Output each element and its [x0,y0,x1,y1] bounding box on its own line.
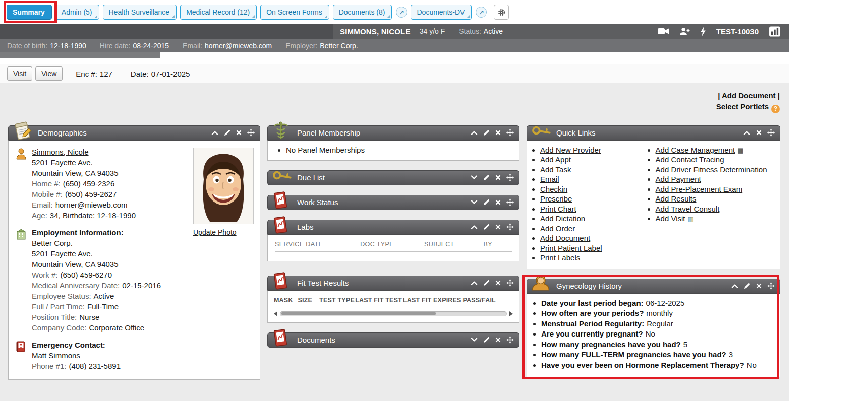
flowsheet-chart-icon[interactable] [769,26,781,37]
list-item: Add Document [540,234,643,242]
patient-name-link[interactable]: Simmons, Nicole [32,148,89,156]
help-icon[interactable]: ? [771,105,780,113]
visit-button[interactable]: Visit [7,66,32,81]
collapse-icon[interactable] [731,284,738,288]
edit-icon[interactable] [483,337,490,343]
video-call-icon[interactable] [658,28,669,35]
collapse-icon[interactable] [471,281,478,285]
close-icon[interactable] [495,130,501,136]
close-icon[interactable] [495,224,501,230]
horizontal-scrollbar[interactable] [274,311,513,316]
list-item: Checkin [540,185,643,193]
fit-test-header: Fit Test Results [267,276,519,291]
tab-summary[interactable]: Summary [7,5,52,20]
tab-on-screen-forms[interactable]: On Screen Forms [260,5,329,20]
update-photo-link[interactable]: Update Photo [193,228,237,236]
sort-header[interactable]: PASS/FAIL [462,297,494,304]
sort-header[interactable]: TEST TYPE [319,297,355,304]
close-icon[interactable] [756,130,762,136]
popout-documents-dv-icon[interactable]: ↗ [476,7,487,18]
move-icon[interactable] [506,198,514,206]
close-icon[interactable] [495,337,501,343]
close-icon[interactable] [236,130,242,136]
close-icon[interactable] [756,283,762,289]
add-new-provider-link[interactable]: Add New Provider [540,146,601,154]
add-order-link[interactable]: Add Order [540,224,575,233]
move-icon[interactable] [767,282,775,290]
expand-icon[interactable] [471,338,478,342]
scroll-right-icon[interactable] [509,311,513,316]
collapse-icon[interactable] [471,130,478,135]
add-dictation-link[interactable]: Add Dictation [540,214,585,223]
edit-icon[interactable] [224,129,230,136]
edit-icon[interactable] [483,224,490,230]
tab-medical-record[interactable]: Medical Record (12) [180,5,257,20]
grid-icon[interactable]: ▦ [737,147,743,154]
encounter-meta: Enc #:127 Date:07-01-2025 [76,70,190,78]
tab-settings-button[interactable] [494,5,509,20]
gyn-item: Are you currently pregnant?No [541,329,776,338]
add-results-link[interactable]: Add Results [656,194,697,203]
prescribe-link[interactable]: Prescribe [540,194,572,203]
tab-health-surveillance[interactable]: Health Surveillance [103,5,177,20]
edit-icon[interactable] [744,283,750,289]
sort-header[interactable]: LAST FIT TEST [355,297,403,304]
print-patient-label-link[interactable]: Print Patient Label [540,244,602,252]
add-case-management-link[interactable]: Add Case Management [656,146,735,154]
email-link[interactable]: Email [540,175,559,183]
edit-icon[interactable] [483,280,490,286]
portlet-panel-membership: Panel Membership No Panel Memberships [267,125,519,161]
edit-icon[interactable] [483,129,490,136]
expand-icon[interactable] [471,175,478,180]
close-icon[interactable] [495,175,501,180]
select-portlets-link[interactable]: Select Portlets [716,102,769,111]
add-payment-link[interactable]: Add Payment [656,175,701,183]
move-icon[interactable] [767,129,775,137]
checkin-link[interactable]: Checkin [540,185,567,193]
gyn-item: How often are your periods?monthly [541,309,776,317]
add-driver-fitness-link[interactable]: Add Driver Fitness Determination [656,165,767,174]
close-icon[interactable] [495,199,501,205]
print-labels-link[interactable]: Print Labels [540,253,580,262]
scrollbar-track[interactable] [280,311,507,316]
add-travel-consult-link[interactable]: Add Travel Consult [656,205,720,213]
sort-header[interactable]: MASK [274,297,298,304]
tab-admin[interactable]: Admin (5) [55,5,99,20]
sort-header[interactable]: SIZE [298,297,319,304]
add-contact-tracing-link[interactable]: Add Contact Tracing [656,155,724,164]
quick-action-bolt-icon[interactable] [700,27,706,36]
add-task-link[interactable]: Add Task [540,165,571,174]
add-document-link[interactable]: Add Document [540,234,590,242]
tab-documents-dv[interactable]: Documents-DV [411,5,472,20]
collapse-icon[interactable] [211,130,218,135]
tab-documents[interactable]: Documents (8) [333,5,392,20]
popout-documents-icon[interactable]: ↗ [396,7,407,18]
collapse-icon[interactable] [471,225,478,229]
scrollbar-thumb[interactable] [281,312,436,315]
view-button[interactable]: View [35,66,63,81]
move-icon[interactable] [506,174,514,181]
portlet-title: Work Status [297,198,338,207]
edit-icon[interactable] [483,174,490,181]
scroll-left-icon[interactable] [274,311,277,316]
add-visit-link[interactable]: Add Visit [656,214,685,223]
collapse-icon[interactable] [743,130,750,135]
email-row: Email:horner@mieweb.com [32,199,136,210]
move-icon[interactable] [247,129,255,137]
add-document-link[interactable]: Add Document [722,91,776,100]
add-appt-link[interactable]: Add Appt [540,155,571,164]
move-icon[interactable] [506,279,514,287]
move-icon[interactable] [506,336,514,344]
add-pre-placement-exam-link[interactable]: Add Pre-Placement Exam [656,185,743,193]
edit-icon[interactable] [483,199,490,206]
close-icon[interactable] [495,280,501,286]
add-person-icon[interactable] [679,27,690,36]
print-chart-link[interactable]: Print Chart [540,205,576,213]
home-phone: Home #:(650) 459-2326 [32,178,136,189]
move-icon[interactable] [506,129,514,137]
sort-header[interactable]: LAST FIT EXPIRES [403,297,463,304]
grid-icon[interactable]: ▦ [688,215,694,223]
expand-icon[interactable] [471,200,478,205]
list-item: Prescribe [540,194,643,203]
move-icon[interactable] [506,223,514,231]
